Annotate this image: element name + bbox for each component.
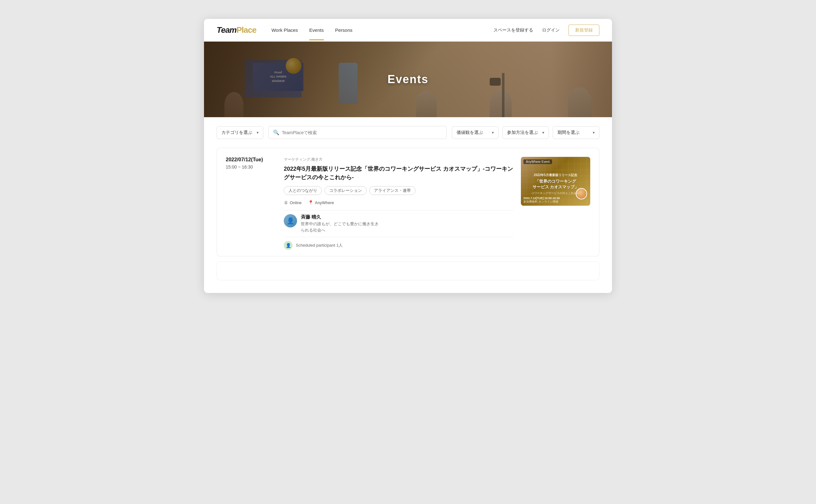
monitor-icon: 🖥 bbox=[284, 200, 288, 205]
event-category: マーケティング,働き方 bbox=[284, 157, 513, 162]
event-divider-2 bbox=[284, 237, 513, 237]
method-filter[interactable]: 参加方法を選ぶ ▾ bbox=[502, 126, 549, 139]
values-chevron-icon: ▾ bbox=[492, 130, 494, 135]
period-chevron-icon: ▾ bbox=[593, 130, 595, 135]
event-participants: 👤 Scheduled participant 1人 bbox=[284, 241, 513, 250]
event-image-col: AnyWhere Event 2022年5月最新版リリース記念 「世界のコワーキ… bbox=[521, 157, 590, 206]
hero-title: Events bbox=[388, 73, 428, 86]
event-title: 2022年5月最新版リリース記念「世界のコワーキングサービス カオスマップ」-コ… bbox=[284, 165, 513, 182]
event-location-anywhere-label: AnyWhere bbox=[315, 200, 334, 205]
event-image-subtitle: -コワーキングサービスの今とこれから- bbox=[526, 191, 584, 195]
event-image-title-line1: 2022年5月最新版リリース記念 bbox=[526, 173, 584, 177]
filters-bar: カテゴリを選ぶ ▾ 🔍 価値観を選ぶ ▾ 参加方法を選ぶ ▾ 期間を選ぶ ▾ bbox=[204, 117, 612, 148]
logo-place-text: Place bbox=[237, 25, 256, 35]
event-locations: 🖥 Online 📍 AnyWhere bbox=[284, 200, 513, 205]
author-desc: 世界中の誰もが、どこでも豊かに働き生き られる社会へ bbox=[301, 221, 379, 233]
category-filter[interactable]: カテゴリを選ぶ ▾ bbox=[217, 126, 263, 139]
event-image-box: AnyWhere Event 2022年5月最新版リリース記念 「世界のコワーキ… bbox=[521, 157, 590, 206]
logo[interactable]: TeamPlace bbox=[217, 25, 256, 35]
method-chevron-icon: ▾ bbox=[542, 130, 544, 135]
login-button[interactable]: ログイン bbox=[542, 27, 560, 33]
event-card-partial bbox=[217, 261, 599, 280]
search-icon: 🔍 bbox=[273, 129, 279, 135]
hero-banner: ProofALL HANDS4/24/2019 Events bbox=[204, 42, 612, 117]
author-desc-line1: 世界中の誰もが、どこでも豊かに働き生き bbox=[301, 221, 379, 226]
navbar: TeamPlace Work Places Events Persons スペー… bbox=[204, 19, 612, 42]
author-info: 斉藤 晴久 世界中の誰もが、どこでも豊かに働き生き られる社会へ bbox=[301, 214, 379, 233]
logo-team-text: Team bbox=[217, 25, 237, 35]
event-date-col: 2022/07/12(Tue) 15:00 ~ 16:30 bbox=[226, 157, 276, 250]
event-location-anywhere: 📍 AnyWhere bbox=[308, 200, 334, 205]
period-filter[interactable]: 期間を選ぶ ▾ bbox=[553, 126, 599, 139]
participant-avatar-icon: 👤 bbox=[286, 243, 291, 248]
event-tag-0[interactable]: 人とのつながり bbox=[284, 186, 322, 195]
event-location-online-label: Online bbox=[290, 200, 302, 205]
nav-link-persons[interactable]: Persons bbox=[335, 27, 353, 33]
event-divider bbox=[284, 210, 513, 210]
event-time: 15:00 ~ 16:30 bbox=[226, 164, 276, 169]
hero-title-wrap: Events bbox=[204, 42, 612, 117]
new-register-button[interactable]: 新規登録 bbox=[568, 25, 599, 36]
event-participants-label: Scheduled participant 1人 bbox=[296, 243, 343, 248]
values-filter-label: 価値観を選ぶ bbox=[457, 130, 483, 135]
nav-link-events[interactable]: Events bbox=[309, 27, 324, 33]
nav-links: Work Places Events Persons bbox=[272, 27, 493, 33]
participant-icon: 👤 bbox=[284, 241, 293, 250]
nav-right: スペースを登録する ログイン 新規登録 bbox=[493, 25, 599, 36]
author-avatar: 👤 bbox=[284, 214, 297, 227]
events-list: 2022/07/12(Tue) 15:00 ~ 16:30 マーケティング,働き… bbox=[204, 148, 612, 293]
event-tags: 人とのつながり コラボレーション アライアンス・連帯 bbox=[284, 186, 513, 195]
method-filter-label: 参加方法を選ぶ bbox=[507, 130, 538, 135]
event-tag-1[interactable]: コラボレーション bbox=[325, 186, 367, 195]
event-card[interactable]: 2022/07/12(Tue) 15:00 ~ 16:30 マーケティング,働き… bbox=[217, 148, 599, 256]
pin-icon: 📍 bbox=[308, 200, 313, 205]
event-location-online: 🖥 Online bbox=[284, 200, 302, 205]
period-filter-label: 期間を選ぶ bbox=[557, 130, 579, 135]
register-space-button[interactable]: スペースを登録する bbox=[493, 27, 533, 33]
author-desc-line2: られる社会へ bbox=[301, 228, 325, 232]
category-chevron-icon: ▾ bbox=[257, 130, 259, 135]
event-image-title-line2: 「世界のコワーキング サービス カオスマップ」 bbox=[526, 179, 584, 190]
browser-window: TeamPlace Work Places Events Persons スペー… bbox=[204, 19, 612, 293]
author-name: 斉藤 晴久 bbox=[301, 214, 379, 220]
category-filter-label: カテゴリを選ぶ bbox=[221, 130, 252, 135]
event-author: 👤 斉藤 晴久 世界中の誰もが、どこでも豊かに働き生き られる社会へ bbox=[284, 214, 513, 233]
event-tag-2[interactable]: アライアンス・連帯 bbox=[369, 186, 416, 195]
search-input[interactable] bbox=[282, 130, 442, 135]
search-box[interactable]: 🔍 bbox=[268, 126, 447, 139]
event-date: 2022/07/12(Tue) bbox=[226, 157, 276, 163]
values-filter[interactable]: 価値観を選ぶ ▾ bbox=[452, 126, 498, 139]
nav-link-workplaces[interactable]: Work Places bbox=[272, 27, 298, 33]
filters-right: 価値観を選ぶ ▾ 参加方法を選ぶ ▾ 期間を選ぶ ▾ bbox=[452, 126, 599, 139]
event-main: マーケティング,働き方 2022年5月最新版リリース記念「世界のコワーキングサー… bbox=[284, 157, 513, 250]
